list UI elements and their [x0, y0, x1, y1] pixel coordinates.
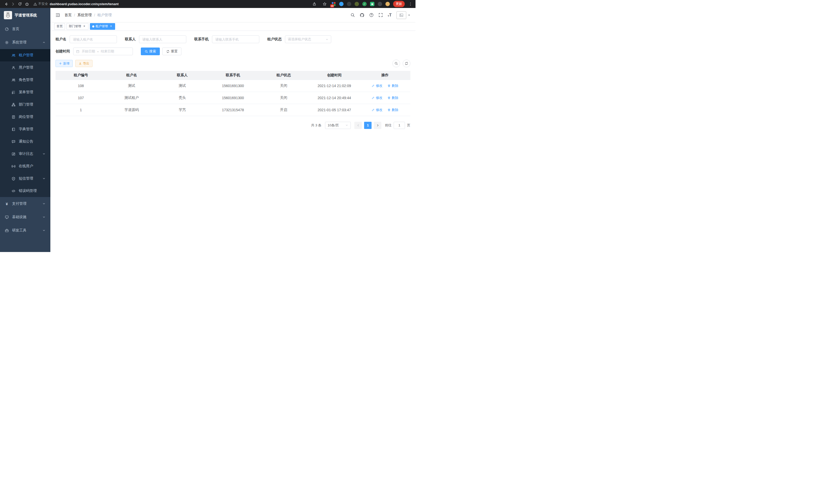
- security-indicator[interactable]: 不安全: [33, 2, 48, 6]
- sidebar-item-home[interactable]: 首页: [0, 22, 50, 36]
- extension-meet-icon[interactable]: 10: [332, 2, 336, 6]
- prev-page-button[interactable]: [354, 122, 362, 129]
- extension-face-icon[interactable]: [385, 2, 390, 6]
- sidebar-item-label: 基础设施: [12, 215, 26, 219]
- extension-check-icon[interactable]: ✓: [362, 2, 367, 6]
- sidebar-item-sms[interactable]: 短信管理: [0, 172, 50, 185]
- sidebar-item-label: 首页: [12, 27, 19, 31]
- extension-chat-icon[interactable]: ▣: [370, 2, 374, 6]
- chevron-up-icon: [42, 41, 46, 44]
- delete-button[interactable]: 删除: [388, 84, 398, 88]
- status-select[interactable]: 请选择租户状态: [285, 35, 331, 43]
- close-icon[interactable]: ×: [109, 25, 113, 28]
- goto-page-input[interactable]: [394, 122, 405, 129]
- url-text[interactable]: dashboard.yudao.iocoder.cn/system/tenant: [50, 2, 119, 6]
- sidebar-item-devtools[interactable]: 研发工具: [0, 224, 50, 237]
- fullscreen-button[interactable]: [378, 13, 383, 17]
- fullscreen-icon: [378, 13, 383, 17]
- delete-button[interactable]: 删除: [388, 108, 398, 112]
- date-range-picker[interactable]: 开始日期 - 结束日期: [73, 48, 133, 55]
- tag-tenant[interactable]: 租户管理 ×: [90, 23, 115, 30]
- sidebar-item-label: 菜单管理: [19, 90, 33, 94]
- bookmark-button[interactable]: [321, 1, 328, 7]
- font-size-button[interactable]: тT: [388, 13, 392, 17]
- logo-row[interactable]: 芋道管理系统: [0, 8, 50, 22]
- sidebar-item-online[interactable]: 在线用户: [0, 160, 50, 172]
- export-button[interactable]: 导出: [75, 60, 92, 67]
- filter-label: 联系人: [125, 37, 136, 41]
- reload-button[interactable]: [17, 1, 23, 7]
- back-button[interactable]: [3, 1, 9, 7]
- sidebar-item-dept[interactable]: 部门管理: [0, 98, 50, 111]
- tenant-name-input[interactable]: [69, 35, 117, 43]
- sidebar-item-label: 通知公告: [19, 139, 33, 144]
- breadcrumb: 首页 / 系统管理 / 租户管理: [64, 13, 112, 18]
- edit-button[interactable]: 修改: [372, 84, 382, 88]
- chrome-right-icons: 10 ✓ ▣ 更新 ⋮: [311, 1, 413, 7]
- header-search-button[interactable]: [350, 13, 355, 17]
- sidebar-toggle-button[interactable]: [56, 13, 60, 18]
- sidebar-item-menu[interactable]: 菜单管理: [0, 86, 50, 98]
- browser-menu-button[interactable]: ⋮: [408, 2, 413, 6]
- edit-button[interactable]: 修改: [372, 95, 382, 100]
- user-menu[interactable]: [397, 11, 410, 19]
- home-button[interactable]: [23, 1, 30, 7]
- refresh-icon: [405, 62, 408, 65]
- sidebar-item-notice[interactable]: 通知公告: [0, 136, 50, 148]
- reload-icon: [18, 2, 22, 6]
- trash-icon: [388, 109, 391, 112]
- help-button[interactable]: [369, 13, 374, 17]
- contact-input[interactable]: [139, 35, 186, 43]
- sidebar-item-role[interactable]: 角色管理: [0, 74, 50, 86]
- browser-update-button[interactable]: 更新: [393, 1, 405, 7]
- cell-tenant-id: 107: [56, 92, 106, 104]
- address-bar[interactable]: 不安全 dashboard.yudao.iocoder.cn/system/te…: [33, 2, 119, 6]
- hamburger-icon: [56, 13, 60, 18]
- sidebar-item-infra[interactable]: 基础设施: [0, 210, 50, 224]
- extension-blue-icon[interactable]: [339, 2, 344, 6]
- trash-icon: [388, 84, 391, 87]
- mobile-input[interactable]: [212, 35, 259, 43]
- share-icon: [312, 2, 316, 6]
- breadcrumb-home[interactable]: 首页: [64, 13, 72, 18]
- page-size-select[interactable]: 10条/页: [325, 122, 351, 129]
- delete-button[interactable]: 删除: [388, 95, 398, 100]
- extension-olive-icon[interactable]: [354, 2, 359, 6]
- share-button[interactable]: [311, 1, 318, 7]
- forward-button[interactable]: [9, 1, 17, 7]
- tag-dept[interactable]: 部门管理 ×: [66, 23, 88, 30]
- reset-button[interactable]: 重置: [163, 48, 181, 55]
- toggle-search-button[interactable]: [392, 60, 400, 67]
- sidebar-item-dict[interactable]: 字典管理: [0, 123, 50, 136]
- sidebar-item-payment[interactable]: ¥ 支付管理: [0, 197, 50, 210]
- tenant-table: 租户编号 租户名 联系人 联系手机 租户状态 创建时间 操作 108 测试: [56, 71, 410, 116]
- tag-home[interactable]: 首页: [54, 23, 65, 30]
- edit-button[interactable]: 修改: [372, 108, 382, 112]
- cell-created: 2021-01-05 17:03:47: [309, 104, 360, 116]
- sidebar-item-user[interactable]: 用户管理: [0, 61, 50, 74]
- sidebar-item-system[interactable]: 系统管理: [0, 36, 50, 49]
- refresh-table-button[interactable]: [403, 60, 410, 67]
- caret-down-icon: [408, 14, 410, 17]
- close-icon[interactable]: ×: [83, 25, 86, 28]
- breadcrumb-system[interactable]: 系统管理: [77, 13, 92, 18]
- next-page-button[interactable]: [374, 122, 381, 129]
- extension-dark-icon[interactable]: [347, 2, 351, 6]
- sidebar-item-label: 研发工具: [12, 228, 26, 233]
- sidebar-item-tenant[interactable]: 租户管理: [0, 49, 50, 61]
- sidebar-item-label: 系统管理: [12, 40, 26, 45]
- broken-image-icon: [399, 13, 403, 17]
- add-button[interactable]: 新增: [56, 60, 73, 67]
- col-tenant-id: 租户编号: [56, 71, 106, 80]
- sidebar-item-post[interactable]: 岗位管理: [0, 111, 50, 123]
- cell-mobile: 17321315478: [208, 104, 258, 116]
- sidebar-item-errorcode[interactable]: 错误码管理: [0, 185, 50, 197]
- sidebar-item-auditlog[interactable]: 审计日志: [0, 148, 50, 160]
- cell-mobile: 15601691300: [208, 92, 258, 104]
- extension-puzzle-icon[interactable]: [378, 2, 382, 6]
- toolbox-icon: [5, 229, 9, 233]
- search-button[interactable]: 搜索: [141, 48, 160, 55]
- github-link[interactable]: [360, 13, 364, 18]
- page-number-1[interactable]: 1: [364, 122, 372, 129]
- sidebar-item-label: 租户管理: [19, 53, 33, 58]
